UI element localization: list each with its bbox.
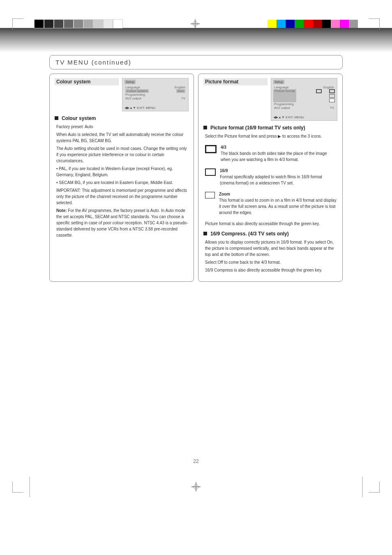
right-panel: Picture format Setup LanguageEnglish Pic… <box>198 74 343 282</box>
registration-mark-icon <box>192 21 198 27</box>
left-panel-title: Colour system <box>55 78 119 85</box>
osd-preview: Setup LanguageEnglish Picture format Pro… <box>271 78 337 121</box>
osd-nav-hint: ◀▶▲▼ EXIT: MENU <box>125 106 186 110</box>
format-icon <box>329 94 335 98</box>
format-icon <box>329 89 335 93</box>
bullet-icon <box>203 232 207 235</box>
body-text: Factory preset: Auto When Auto is select… <box>55 124 189 238</box>
bullet-icon <box>55 116 58 120</box>
bullet-icon <box>203 126 207 129</box>
section-heading: 16/9 Compress. (4/3 TV sets only) <box>210 231 289 237</box>
format-icon <box>329 99 335 102</box>
section-heading: Colour system <box>62 115 96 121</box>
left-panel: Colour system Setup LanguageEnglish Colo… <box>49 74 194 282</box>
top-print-marks <box>0 20 392 28</box>
body-text: Select the Picture format line and press… <box>203 133 337 227</box>
crop-mark-icon <box>12 18 23 30</box>
grayscale-swatches <box>34 19 123 28</box>
osd-heading: Setup <box>273 80 284 84</box>
osd-nav-hint: ◀▶▲▼ EXIT: MENU <box>273 115 335 119</box>
crop-mark-icon <box>369 481 380 493</box>
section-heading: Picture format (16/9 format TV sets only… <box>210 125 305 131</box>
osd-heading: Setup <box>125 80 136 84</box>
color-swatches <box>267 20 358 28</box>
page-title: TV MENU (continued) <box>49 55 343 69</box>
crop-mark-icon <box>369 18 380 30</box>
header-gradient <box>0 28 392 53</box>
body-text: Allows you to display correctly pictures… <box>203 239 337 273</box>
format-icon <box>316 89 322 93</box>
aspect-43-icon <box>205 145 217 153</box>
aspect-169-icon <box>205 168 216 176</box>
right-panel-title: Picture format <box>203 78 267 85</box>
osd-preview: Setup LanguageEnglish Colour systemAuto … <box>122 78 189 111</box>
aspect-zoom-icon <box>205 192 215 198</box>
page-number: 22 <box>49 458 343 464</box>
bottom-print-marks <box>0 477 392 497</box>
crop-mark-icon <box>12 481 23 493</box>
registration-mark-icon <box>193 484 199 490</box>
note-label: Note: <box>56 208 67 213</box>
